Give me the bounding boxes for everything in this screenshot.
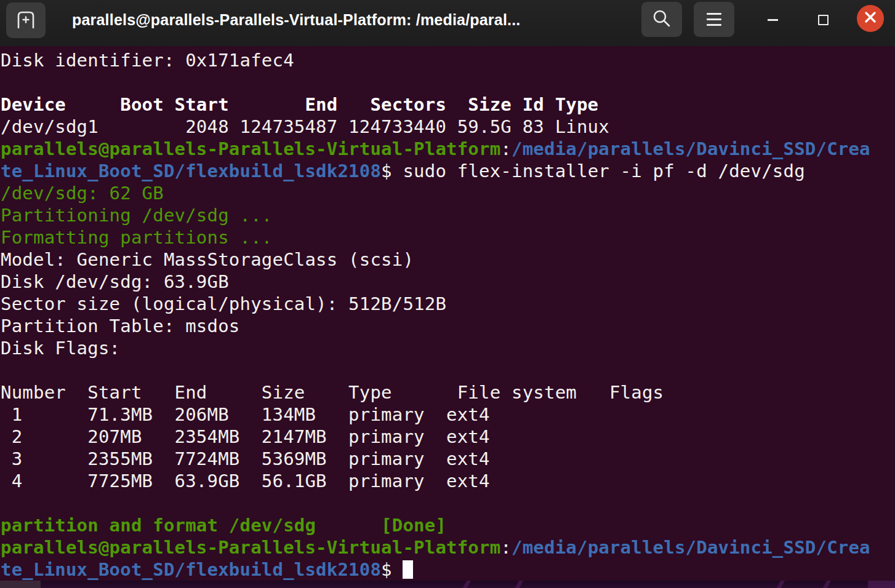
titlebar: parallels@parallels-Parallels-Virtual-Pl… (0, 0, 895, 46)
maximize-button[interactable] (813, 0, 833, 39)
wallpaper-pattern (868, 581, 895, 588)
terminal-text-segment: Number Start End Size Type File system F… (1, 382, 664, 403)
terminal-text-segment: 4 7725MB 63.9GB 56.1GB primary ext4 (1, 471, 490, 491)
search-button[interactable] (641, 2, 682, 37)
close-icon (863, 10, 878, 27)
terminal-text-segment: 3 2355MB 7724MB 5369MB primary ext4 (1, 448, 490, 469)
terminal-line: Disk Flags: (0, 337, 895, 359)
terminal-line: /dev/sdg: 62 GB (0, 182, 895, 204)
terminal-text-segment: parallels@parallels-Parallels-Virtual-Pl… (1, 537, 500, 558)
terminal-text-segment: Disk /dev/sdg: 63.9GB (1, 271, 229, 292)
terminal-line: Disk identifier: 0x171afec4 (0, 49, 895, 71)
search-icon (651, 8, 672, 31)
terminal-text-segment: $ (381, 161, 403, 181)
terminal-text-segment: 2 207MB 2354MB 2147MB primary ext4 (1, 426, 490, 447)
terminal-text-segment: partition and format /dev/sdg [Done] (1, 515, 446, 536)
terminal-line: Number Start End Size Type File system F… (0, 381, 895, 403)
terminal-line: parallels@parallels-Parallels-Virtual-Pl… (0, 536, 895, 558)
terminal-line: 4 7725MB 63.9GB 56.1GB primary ext4 (0, 470, 895, 492)
terminal-line: Model: Generic MassStorageClass (scsi) (0, 248, 895, 271)
wallpaper-pattern (463, 581, 471, 588)
terminal-text-segment: Device Boot Start End Sectors Size Id Ty… (1, 94, 598, 115)
terminal-line: 1 71.3MB 206MB 134MB primary ext4 (0, 403, 895, 426)
terminal-line: 2 207MB 2354MB 2147MB primary ext4 (0, 426, 895, 448)
terminal-text-segment: /dev/sdg: 62 GB (1, 183, 164, 204)
dock-edge (0, 581, 41, 588)
terminal-line (0, 359, 895, 381)
terminal-text-segment: te_Linux_Boot_SD/flexbuild_lsdk2108 (1, 559, 381, 580)
terminal-text-segment: sudo flex-installer -i pf -d /dev/sdg (403, 161, 805, 181)
terminal-line: /dev/sdg1 2048 124735487 124733440 59.5G… (0, 116, 895, 138)
terminal-line: te_Linux_Boot_SD/flexbuild_lsdk2108$ sud… (0, 160, 895, 182)
terminal-text-segment: Sector size (logical/physical): 512B/512… (1, 293, 446, 314)
terminal-text-segment: te_Linux_Boot_SD/flexbuild_lsdk2108 (1, 161, 381, 181)
terminal-line: Sector size (logical/physical): 512B/512… (0, 293, 895, 315)
wallpaper-pattern (823, 581, 831, 588)
terminal-text-segment: Partition Table: msdos (1, 316, 240, 336)
terminal-cursor (403, 560, 413, 579)
minimize-icon (768, 19, 778, 21)
new-tab-button[interactable] (6, 2, 46, 38)
wallpaper-pattern (515, 581, 523, 588)
terminal-line: Device Boot Start End Sectors Size Id Ty… (0, 93, 895, 116)
wallpaper-pattern (777, 581, 785, 588)
screen: { "window": { "title": "parallels@parall… (0, 0, 895, 588)
terminal-text-segment: Disk Flags: (1, 338, 120, 359)
terminal-text-segment: : (500, 537, 512, 558)
new-tab-icon (14, 9, 38, 31)
terminal-text-segment: Model: Generic MassStorageClass (scsi) (1, 249, 414, 270)
maximize-icon (818, 15, 829, 25)
terminal-line: 3 2355MB 7724MB 5369MB primary ext4 (0, 448, 895, 470)
terminal-text-segment: $ (381, 559, 403, 580)
terminal-line: te_Linux_Boot_SD/flexbuild_lsdk2108$ (0, 558, 895, 581)
hamburger-icon (707, 13, 721, 26)
terminal-text-segment: Partitioning /dev/sdg ... (1, 205, 273, 226)
terminal-text-segment: : (500, 138, 512, 159)
terminal-line: partition and format /dev/sdg [Done] (0, 514, 895, 536)
terminal-screen[interactable]: Disk identifier: 0x171afec4 Device Boot … (0, 46, 895, 581)
terminal-text-segment: parallels@parallels-Parallels-Virtual-Pl… (1, 138, 500, 159)
menu-button[interactable] (694, 2, 734, 37)
terminal-line: Partition Table: msdos (0, 315, 895, 337)
terminal-text-segment (1, 493, 12, 514)
minimize-button[interactable] (759, 0, 786, 39)
terminal-text-segment (1, 360, 12, 381)
terminal-text-segment: /media/parallels/Davinci_SSD/Crea (512, 138, 870, 159)
terminal-text-segment: Formatting partitions ... (1, 227, 273, 248)
desktop-wallpaper-strip (0, 581, 895, 588)
terminal-line: Formatting partitions ... (0, 226, 895, 248)
window-title: parallels@parallels-Parallels-Virtual-Pl… (72, 0, 520, 39)
terminal-line: Disk /dev/sdg: 63.9GB (0, 271, 895, 293)
terminal-text-segment (1, 72, 12, 93)
terminal-text-segment: /media/parallels/Davinci_SSD/Crea (512, 537, 870, 558)
terminal-line (0, 71, 895, 93)
close-button[interactable] (857, 5, 884, 32)
terminal-text-segment: 1 71.3MB 206MB 134MB primary ext4 (1, 404, 490, 425)
terminal-text-segment: /dev/sdg1 2048 124735487 124733440 59.5G… (1, 116, 609, 137)
terminal-line: parallels@parallels-Parallels-Virtual-Pl… (0, 138, 895, 160)
terminal-line: Partitioning /dev/sdg ... (0, 204, 895, 226)
terminal-line (0, 492, 895, 514)
terminal-text-segment: Disk identifier: 0x171afec4 (1, 50, 294, 71)
